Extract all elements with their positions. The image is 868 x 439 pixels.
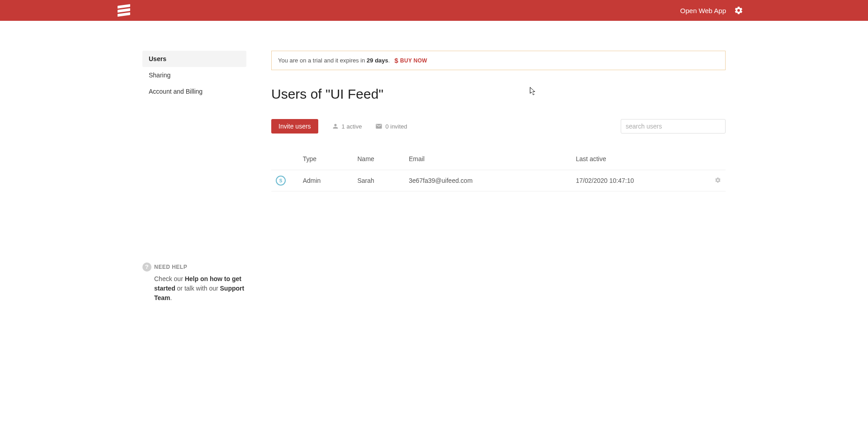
help-title: NEED HELP [154, 263, 187, 271]
cell-email: 3e67fa39@uifeed.com [404, 170, 571, 191]
col-email-header: Email [404, 155, 571, 170]
top-bar-left [0, 4, 130, 17]
gear-icon[interactable] [734, 6, 743, 15]
avatar: S [276, 176, 286, 186]
main: You are on a trial and it expires in 29 … [271, 51, 726, 303]
toolbar-left: Invite users 1 active 0 invited [271, 119, 407, 134]
logo-icon[interactable] [118, 4, 130, 17]
sidebar-item-sharing[interactable]: Sharing [142, 67, 246, 83]
toolbar: Invite users 1 active 0 invited [271, 119, 726, 134]
help-period: . [170, 294, 172, 301]
col-type-header: Type [298, 155, 353, 170]
trial-text: You are on a trial and it expires in 29 … [278, 57, 390, 64]
help-box: ? NEED HELP Check our Help on how to get… [142, 262, 246, 303]
dollar-icon: $ [394, 57, 398, 64]
help-icon: ? [142, 262, 151, 272]
top-bar-right: Open Web App [680, 6, 861, 15]
users-table: Type Name Email Last active S Admin Sara… [271, 155, 726, 191]
cell-type: Admin [298, 170, 353, 191]
sidebar: Users Sharing Account and Billing ? NEED… [142, 51, 271, 303]
envelope-icon [375, 123, 382, 130]
table-row: S Admin Sarah 3e67fa39@uifeed.com 17/02/… [271, 170, 726, 191]
trial-banner: You are on a trial and it expires in 29 … [271, 51, 726, 70]
sidebar-nav: Users Sharing Account and Billing [142, 51, 246, 100]
cell-name: Sarah [353, 170, 405, 191]
content-wrap: Users Sharing Account and Billing ? NEED… [142, 21, 726, 303]
open-web-app-link[interactable]: Open Web App [680, 7, 726, 14]
help-or-talk: or talk with our [175, 285, 220, 292]
invited-count-stat: 0 invited [375, 123, 407, 130]
invite-users-button[interactable]: Invite users [271, 119, 318, 134]
active-count-stat: 1 active [332, 123, 362, 130]
row-gear-icon[interactable] [715, 177, 721, 183]
buy-now-label: BUY NOW [400, 57, 427, 64]
sidebar-item-account-billing[interactable]: Account and Billing [142, 83, 246, 100]
col-avatar-header [271, 155, 298, 170]
user-icon [332, 123, 339, 130]
cell-last-active: 17/02/2020 10:47:10 [571, 170, 700, 191]
trial-days: 29 days [367, 57, 388, 64]
trial-prefix: You are on a trial and it expires in [278, 57, 367, 64]
cell-avatar: S [271, 170, 298, 191]
col-last-active-header: Last active [571, 155, 700, 170]
top-bar: Open Web App [0, 0, 868, 21]
buy-now-link[interactable]: $ BUY NOW [394, 57, 427, 64]
sidebar-item-users[interactable]: Users [142, 51, 246, 67]
col-actions-header [700, 155, 726, 170]
help-check-our: Check our [154, 275, 185, 282]
page-title: Users of "UI Feed" [271, 86, 726, 102]
trial-suffix: . [388, 57, 390, 64]
col-name-header: Name [353, 155, 405, 170]
table-header-row: Type Name Email Last active [271, 155, 726, 170]
help-text: Check our Help on how to get started or … [142, 274, 246, 303]
search-input[interactable] [621, 119, 726, 134]
help-header: ? NEED HELP [142, 262, 246, 272]
cell-actions [700, 170, 726, 191]
invited-count-label: 0 invited [385, 123, 407, 130]
active-count-label: 1 active [342, 123, 362, 130]
